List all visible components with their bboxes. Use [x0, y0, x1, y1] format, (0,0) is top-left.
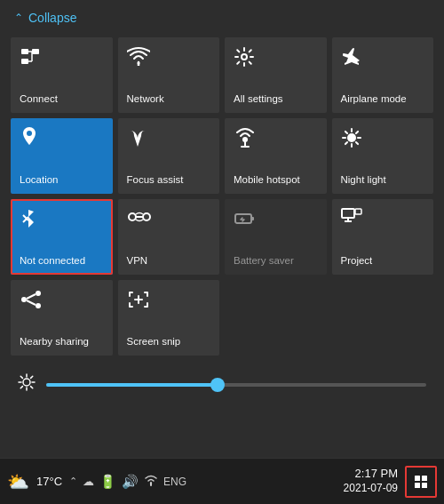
svg-rect-26	[251, 217, 254, 220]
svg-line-43	[20, 376, 22, 378]
tile-nearby-sharing[interactable]: Nearby sharing	[11, 280, 113, 356]
svg-point-7	[242, 54, 247, 60]
svg-point-33	[36, 303, 41, 308]
notification-center-button[interactable]	[405, 466, 437, 498]
battery-saver-label: Battery saver	[234, 255, 318, 268]
taskbar-middle: ⌃ ☁ 🔋 🔊 ENG	[69, 474, 186, 490]
collapse-button[interactable]: ⌃ Collapse	[14, 11, 76, 25]
tile-night-light[interactable]: Night light	[332, 118, 434, 194]
not-connected-label: Not connected	[20, 255, 104, 268]
svg-line-45	[20, 387, 22, 388]
svg-point-8	[27, 131, 32, 136]
night-light-icon	[341, 127, 362, 152]
svg-line-17	[345, 132, 346, 133]
tile-focus-assist[interactable]: Focus assist	[118, 118, 220, 194]
brightness-sun-icon	[18, 373, 36, 396]
collapse-label: Collapse	[28, 11, 76, 25]
tile-battery-saver[interactable]: Battery saver	[225, 199, 327, 275]
time-text: 2:17 PM	[344, 467, 398, 482]
collapse-arrow-icon: ⌃	[14, 12, 23, 24]
svg-line-34	[27, 294, 36, 299]
taskbar: ⛅ 17°C ⌃ ☁ 🔋 🔊 ENG 2:17 PM 2021-07-09	[0, 458, 444, 504]
svg-rect-25	[235, 214, 251, 223]
svg-point-22	[129, 213, 136, 220]
language-text: ENG	[163, 476, 186, 488]
focus-assist-label: Focus assist	[127, 174, 211, 187]
all-settings-label: All settings	[234, 93, 318, 106]
taskbar-left: ⛅ 17°C	[7, 471, 62, 492]
action-center: ⌃ Collapse Connect	[0, 0, 444, 504]
svg-rect-1	[32, 49, 39, 54]
tile-screen-snip[interactable]: Screen snip	[118, 280, 220, 356]
project-icon	[341, 208, 362, 231]
svg-point-47	[150, 483, 152, 484]
location-icon	[20, 127, 39, 152]
time-block: 2:17 PM 2021-07-09	[344, 467, 398, 495]
wifi-taskbar-icon[interactable]	[144, 474, 158, 489]
tile-network[interactable]: Network	[118, 37, 220, 113]
svg-line-18	[355, 142, 357, 144]
tile-vpn[interactable]: VPN	[118, 199, 220, 275]
vpn-label: VPN	[127, 255, 211, 268]
brightness-track	[46, 383, 426, 387]
svg-rect-0	[21, 49, 28, 54]
vpn-icon	[127, 208, 152, 229]
battery-icon: 🔋	[99, 474, 116, 490]
screen-snip-label: Screen snip	[127, 336, 211, 348]
weather-icon: ⛅	[7, 471, 29, 492]
tile-all-settings[interactable]: All settings	[225, 37, 327, 113]
cloud-icon: ☁	[83, 475, 94, 488]
hotspot-icon	[234, 127, 257, 152]
svg-rect-50	[415, 483, 420, 488]
tile-location[interactable]: Location	[11, 118, 113, 194]
svg-rect-51	[422, 483, 427, 488]
tile-project[interactable]: Project	[332, 199, 434, 275]
svg-rect-48	[415, 476, 420, 481]
svg-point-31	[21, 297, 27, 302]
network-icon	[127, 46, 150, 69]
svg-point-23	[143, 213, 150, 220]
svg-rect-49	[422, 476, 427, 481]
battery-saver-icon	[234, 208, 255, 233]
connect-icon	[20, 46, 41, 71]
svg-rect-27	[342, 209, 354, 218]
svg-line-20	[355, 132, 357, 133]
svg-line-44	[31, 387, 33, 388]
airplane-icon	[341, 46, 362, 71]
tile-mobile-hotspot[interactable]: Mobile hotspot	[225, 118, 327, 194]
mobile-hotspot-label: Mobile hotspot	[234, 174, 318, 187]
svg-point-12	[347, 133, 356, 142]
brightness-section	[0, 361, 444, 408]
airplane-mode-label: Airplane mode	[341, 93, 425, 106]
svg-line-35	[27, 300, 36, 305]
svg-rect-28	[355, 209, 361, 214]
svg-line-19	[345, 142, 346, 144]
taskbar-right: 2:17 PM 2021-07-09	[344, 466, 437, 498]
brightness-slider[interactable]	[46, 383, 426, 387]
brightness-thumb[interactable]	[210, 378, 225, 392]
svg-point-6	[137, 62, 139, 65]
screen-snip-icon	[127, 289, 150, 314]
focus-icon	[127, 127, 148, 152]
night-light-label: Night light	[341, 174, 425, 187]
date-text: 2021-07-09	[344, 482, 398, 496]
svg-point-32	[36, 291, 41, 296]
nearby-sharing-label: Nearby sharing	[20, 336, 104, 348]
tiles-grid: Connect Network	[0, 32, 444, 361]
brightness-fill	[46, 383, 218, 387]
tile-connect[interactable]: Connect	[11, 37, 113, 113]
bluetooth-icon	[20, 208, 37, 233]
location-label: Location	[20, 174, 104, 187]
network-label: Network	[127, 93, 211, 106]
nearby-sharing-icon	[20, 289, 43, 314]
svg-rect-2	[21, 59, 28, 64]
settings-icon	[234, 46, 255, 71]
tile-airplane-mode[interactable]: Airplane mode	[332, 37, 434, 113]
svg-line-46	[31, 376, 33, 378]
connect-label: Connect	[20, 93, 104, 106]
tile-not-connected[interactable]: Not connected	[11, 199, 113, 275]
svg-point-38	[23, 379, 30, 386]
chevron-up-icon[interactable]: ⌃	[69, 476, 77, 487]
volume-icon[interactable]: 🔊	[122, 474, 139, 490]
header: ⌃ Collapse	[0, 0, 444, 32]
